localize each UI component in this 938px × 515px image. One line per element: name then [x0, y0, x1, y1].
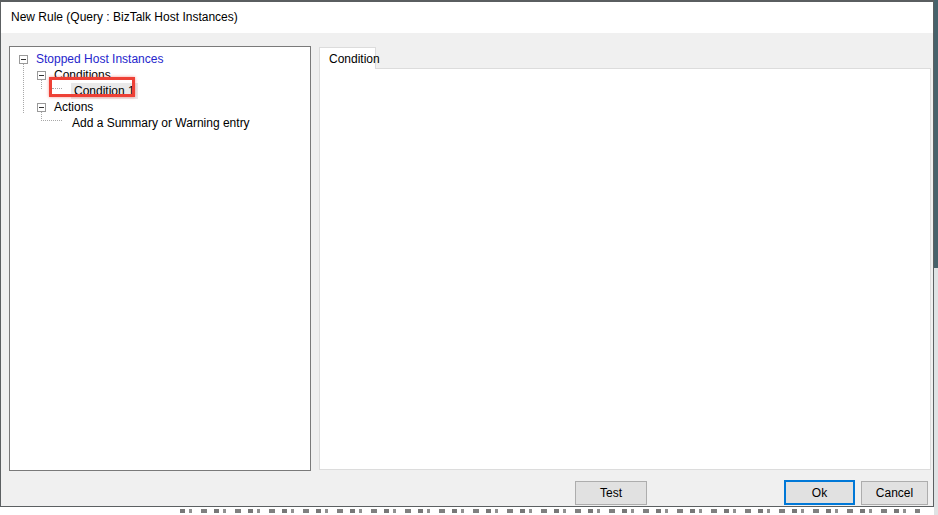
test-button[interactable]: Test: [575, 481, 647, 505]
condition-tab-page: [319, 68, 931, 470]
rule-tree-panel: Stopped Host Instances Conditions Condit…: [9, 46, 311, 471]
tree-collapse-icon[interactable]: [37, 71, 46, 80]
tree-connector: [23, 61, 24, 113]
tree-item-label[interactable]: Add a Summary or Warning entry: [72, 116, 250, 130]
background-page-strip: [0, 507, 934, 515]
tree-item-label[interactable]: Actions: [54, 100, 93, 114]
tree-item-label-selected[interactable]: Condition 1: [71, 83, 138, 99]
dialog-titlebar[interactable]: New Rule (Query : BizTalk Host Instances…: [1, 2, 933, 33]
tree-connector: [41, 120, 62, 121]
screenshot-root: New Rule (Query : BizTalk Host Instances…: [0, 0, 938, 515]
tab-label: Condition: [329, 52, 380, 66]
ok-button[interactable]: Ok: [784, 480, 855, 505]
cancel-button[interactable]: Cancel: [861, 481, 928, 505]
tree-item-label[interactable]: Stopped Host Instances: [36, 52, 163, 66]
tree-collapse-icon[interactable]: [19, 55, 28, 64]
tree-item-label[interactable]: Conditions: [54, 68, 111, 82]
new-rule-dialog: New Rule (Query : BizTalk Host Instances…: [0, 0, 934, 507]
tree-connector: [52, 88, 62, 89]
dialog-title: New Rule (Query : BizTalk Host Instances…: [11, 10, 238, 24]
clipped-background-text: [180, 509, 920, 513]
tab-condition[interactable]: Condition: [319, 47, 376, 69]
tree-collapse-icon[interactable]: [37, 103, 46, 112]
background-app-strip: [934, 0, 938, 515]
